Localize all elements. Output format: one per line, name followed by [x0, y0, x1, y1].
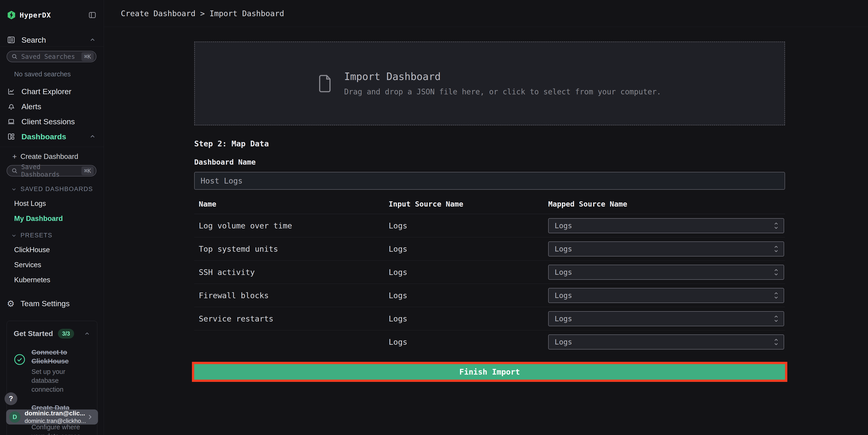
step-title: Step 2: Map Data — [194, 139, 868, 148]
dashboard-name-input[interactable]: Host Logs — [194, 172, 785, 190]
mapped-source-select[interactable]: Logs — [548, 242, 784, 256]
import-content: Import Dashboard Drag and drop a JSON fi… — [104, 27, 868, 382]
select-chevrons-icon — [773, 315, 779, 322]
presets-section[interactable]: PRESETS — [11, 232, 104, 239]
sidebar-item-clickhouse[interactable]: ClickHouse — [14, 246, 104, 254]
dropzone-inner: Import Dashboard Drag and drop a JSON fi… — [318, 71, 661, 96]
nav-label: Client Sessions — [22, 117, 75, 126]
file-icon — [318, 74, 332, 93]
select-value: Logs — [555, 221, 572, 230]
table-row: Log volume over time Logs Logs — [194, 214, 785, 237]
sidebar-item-host-logs[interactable]: Host Logs — [14, 199, 104, 208]
search-icon — [11, 53, 18, 60]
create-dashboard-button[interactable]: + Create Dashboard — [12, 152, 104, 161]
user-name: dominic.tran@clic... — [25, 410, 86, 417]
row-input-source: Logs — [384, 337, 544, 346]
table-row: Service restarts Logs Logs — [194, 307, 785, 330]
bell-icon — [7, 102, 16, 111]
table-row: Logs Logs — [194, 330, 785, 353]
row-name: Top systemd units — [194, 244, 384, 253]
chevron-down-icon — [11, 186, 17, 192]
saved-dashboards-section[interactable]: SAVED DASHBOARDS — [11, 186, 104, 193]
user-info: dominic.tran@clic... dominic.tran@clickh… — [25, 410, 86, 425]
main-area: Create Dashboard > Import Dashboard Impo… — [104, 0, 868, 435]
gear-icon: ⚙ — [7, 299, 14, 308]
mapping-table: Name Input Source Name Mapped Source Nam… — [194, 200, 785, 353]
row-name: Service restarts — [194, 314, 384, 323]
get-started-header[interactable]: Get Started 3/3 — [14, 329, 90, 339]
nav-label: Dashboards — [22, 132, 66, 141]
sidebar-item-services[interactable]: Services — [14, 261, 104, 269]
select-value: Logs — [555, 338, 572, 346]
saved-searches-input[interactable]: Saved Searches ⌘K — [7, 51, 96, 62]
user-menu[interactable]: D dominic.tran@clic... dominic.tran@clic… — [6, 409, 98, 425]
avatar: D — [9, 411, 21, 423]
saved-dashboards-placeholder: Saved Dashboards — [21, 163, 82, 178]
select-value: Logs — [555, 314, 572, 323]
search-section-icon — [7, 36, 16, 44]
select-chevrons-icon — [773, 291, 779, 299]
progress-badge: 3/3 — [58, 329, 74, 339]
sidebar-nav: Chart Explorer Alerts Client Sessions — [0, 84, 104, 144]
sidebar-item-alerts[interactable]: Alerts — [0, 99, 104, 114]
mapped-source-select[interactable]: Logs — [548, 311, 784, 326]
get-started-item-desc: Set up your database connection — [31, 367, 90, 394]
chevron-up-icon — [89, 133, 96, 140]
create-dashboard-label: Create Dashboard — [21, 153, 78, 161]
help-button[interactable]: ? — [5, 392, 17, 405]
laptop-icon — [7, 117, 16, 126]
json-dropzone[interactable]: Import Dashboard Drag and drop a JSON fi… — [194, 41, 785, 125]
mapped-source-select[interactable]: Logs — [548, 265, 784, 280]
mapped-source-select[interactable]: Logs — [548, 335, 784, 349]
dropzone-title: Import Dashboard — [344, 71, 661, 82]
sidebar-item-my-dashboard[interactable]: My Dashboard — [14, 215, 104, 223]
chart-explorer-icon — [7, 87, 16, 96]
logo-row: HyperDX — [0, 0, 104, 20]
sidebar-divider — [0, 46, 104, 47]
section-label: PRESETS — [21, 232, 53, 239]
hyperdx-logo-icon — [7, 10, 16, 20]
dashboards-icon — [7, 132, 16, 141]
brand-title: HyperDX — [20, 11, 51, 19]
row-input-source: Logs — [384, 268, 544, 277]
get-started-item-connect[interactable]: Connect to ClickHouse Set up your databa… — [14, 348, 90, 394]
row-input-source: Logs — [384, 291, 544, 300]
app-root: HyperDX Search — [0, 0, 868, 435]
table-row: Firewall blocks Logs Logs — [194, 284, 785, 307]
get-started-item-desc: Configure where your data comes from — [31, 423, 90, 435]
mapped-source-select[interactable]: Logs — [548, 288, 784, 303]
dashboard-name-label: Dashboard Name — [194, 158, 868, 166]
table-row: Top systemd units Logs Logs — [194, 237, 785, 260]
kbd-shortcut: ⌘K — [82, 52, 94, 61]
saved-dashboards-input[interactable]: Saved Dashboards ⌘K — [7, 165, 96, 177]
row-input-source: Logs — [384, 314, 544, 323]
section-label: SAVED DASHBOARDS — [21, 186, 93, 193]
finish-import-button[interactable]: Finish Import — [194, 364, 785, 380]
sidebar: HyperDX Search — [0, 0, 104, 435]
annotation-highlight-box: Finish Import — [192, 362, 787, 382]
kbd-shortcut: ⌘K — [82, 166, 94, 175]
user-email: dominic.tran@clickho... — [25, 417, 86, 425]
sidebar-item-client-sessions[interactable]: Client Sessions — [0, 114, 104, 129]
sidebar-item-kubernetes[interactable]: Kubernetes — [14, 276, 104, 284]
plus-icon: + — [12, 152, 17, 161]
chevron-up-icon — [84, 331, 90, 337]
chevron-up-icon — [89, 36, 96, 43]
chevron-right-icon — [86, 413, 94, 421]
sidebar-section-search[interactable]: Search — [0, 33, 104, 46]
sidebar-item-dashboards[interactable]: Dashboards — [0, 129, 104, 144]
sidebar-item-team-settings[interactable]: ⚙ Team Settings — [7, 299, 104, 308]
sidebar-collapse-icon[interactable] — [88, 10, 97, 20]
topbar: Create Dashboard > Import Dashboard — [104, 0, 868, 27]
no-saved-searches-note: No saved searches — [14, 70, 104, 78]
select-chevrons-icon — [773, 268, 779, 276]
check-circle-icon — [14, 353, 26, 394]
nav-label: Chart Explorer — [22, 87, 71, 96]
select-value: Logs — [555, 291, 572, 300]
row-name: Firewall blocks — [194, 291, 384, 300]
select-chevrons-icon — [773, 222, 779, 229]
sidebar-item-chart-explorer[interactable]: Chart Explorer — [0, 84, 104, 99]
table-header: Name Input Source Name Mapped Source Nam… — [194, 200, 785, 214]
dropzone-subtitle: Drag and drop a JSON file here, or click… — [344, 87, 661, 96]
mapped-source-select[interactable]: Logs — [548, 218, 784, 233]
